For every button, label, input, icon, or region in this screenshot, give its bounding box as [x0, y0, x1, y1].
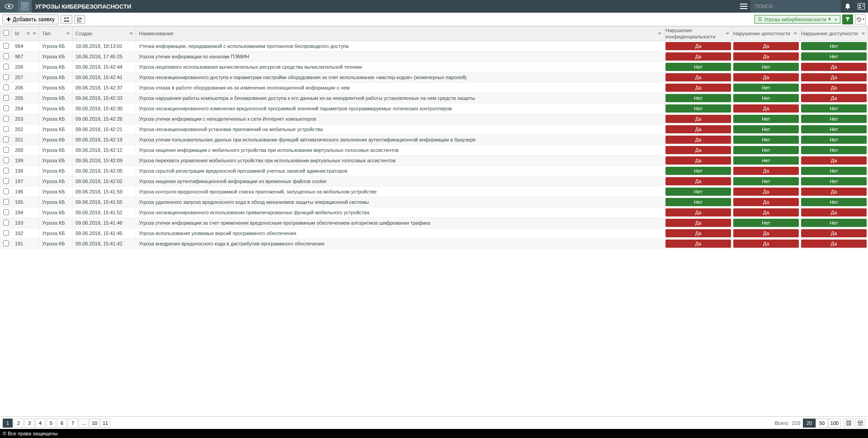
search-input[interactable]: [750, 0, 841, 13]
cell-created: 09.06.2018, 15:41:45: [73, 228, 136, 239]
row-checkbox[interactable]: [3, 168, 9, 174]
header-integrity[interactable]: Нарушение целостности⏷: [732, 27, 800, 41]
row-checkbox-cell[interactable]: [0, 41, 12, 52]
row-checkbox[interactable]: [3, 230, 9, 236]
table-row[interactable]: 192Угроза КБ09.06.2018, 15:41:45Угроза и…: [0, 228, 868, 239]
header-id[interactable]: Id▼⏷: [12, 27, 39, 41]
header-availability[interactable]: Нарушение доступности⏷: [800, 27, 868, 41]
row-checkbox-cell[interactable]: [0, 72, 12, 83]
row-checkbox[interactable]: [3, 220, 9, 226]
filter-toggle-button[interactable]: [842, 14, 853, 24]
row-checkbox-cell[interactable]: [0, 239, 12, 249]
row-checkbox[interactable]: [3, 74, 9, 80]
row-checkbox[interactable]: [3, 64, 9, 70]
row-checkbox-cell[interactable]: [0, 176, 12, 187]
row-checkbox-cell[interactable]: [0, 135, 12, 145]
filter-icon[interactable]: ⏷: [725, 31, 730, 37]
row-checkbox[interactable]: [3, 240, 9, 246]
table-row[interactable]: 208Угроза КБ09.06.2018, 15:42:44Угроза н…: [0, 62, 868, 72]
cell-integrity: Да: [732, 41, 800, 52]
row-checkbox[interactable]: [3, 43, 9, 49]
table-row[interactable]: 198Угроза КБ09.06.2018, 15:42:05Угроза с…: [0, 166, 868, 176]
table-row[interactable]: 194Угроза КБ09.06.2018, 15:41:52Угроза н…: [0, 207, 868, 218]
row-checkbox[interactable]: [3, 147, 9, 153]
row-checkbox-cell[interactable]: [0, 207, 12, 218]
table-row[interactable]: 196Угроза КБ09.06.2018, 15:41:59Угроза к…: [0, 187, 868, 197]
header-confidentiality[interactable]: Нарушение конфиденциальности⏷: [665, 27, 732, 41]
table-row[interactable]: 193Угроза КБ09.06.2018, 15:41:48Угроза у…: [0, 218, 868, 228]
cell-integrity: Да: [732, 239, 800, 249]
row-checkbox[interactable]: [3, 188, 9, 194]
cell-name: Угроза нарушения работы компьютера и бло…: [136, 93, 665, 104]
refresh-button[interactable]: ▾: [855, 14, 866, 24]
user-profile-button[interactable]: [854, 0, 868, 13]
header-type[interactable]: Тип⏷: [39, 27, 73, 41]
table-row[interactable]: 197Угроза КБ09.06.2018, 15:42:02Угроза х…: [0, 176, 868, 187]
table-row[interactable]: 202Угроза КБ09.06.2018, 15:42:21Угроза н…: [0, 124, 868, 135]
row-checkbox[interactable]: [3, 85, 9, 90]
filter-icon[interactable]: ⏷: [657, 31, 662, 37]
filter-icon[interactable]: ⏷: [32, 31, 37, 37]
row-checkbox[interactable]: [3, 157, 9, 163]
row-checkbox-cell[interactable]: [0, 62, 12, 72]
row-checkbox[interactable]: [3, 116, 9, 122]
filter-icon[interactable]: ⏷: [129, 31, 134, 37]
row-checkbox-cell[interactable]: [0, 83, 12, 93]
header-checkbox[interactable]: [0, 27, 12, 41]
table-row[interactable]: 200Угроза КБ09.06.2018, 15:42:12Угроза х…: [0, 145, 868, 155]
table-row[interactable]: 206Угроза КБ09.06.2018, 15:42:37Угроза о…: [0, 83, 868, 93]
group-button[interactable]: [61, 15, 72, 24]
filter-icon[interactable]: ⏷: [793, 31, 798, 37]
row-checkbox-cell[interactable]: [0, 155, 12, 166]
filter-icon[interactable]: ⏷: [66, 31, 71, 37]
header-created[interactable]: Создан⏷: [73, 27, 136, 41]
table-row[interactable]: 205Угроза КБ09.06.2018, 15:42:33Угроза н…: [0, 93, 868, 104]
notifications-button[interactable]: [841, 0, 854, 13]
row-checkbox-cell[interactable]: [0, 228, 12, 239]
table-row[interactable]: 203Угроза КБ09.06.2018, 15:42:26Угроза у…: [0, 114, 868, 124]
page-title: УГРОЗЫ КИБЕРБЕЗОПАСНОСТИ: [32, 3, 737, 10]
export-button[interactable]: [74, 15, 85, 24]
table-row[interactable]: 201Угроза КБ09.06.2018, 15:42:19Угроза у…: [0, 135, 868, 145]
table-row[interactable]: 994Угроза КБ18.06.2018, 18:13:01Утечка и…: [0, 41, 868, 52]
row-checkbox[interactable]: [3, 178, 9, 184]
close-view-button[interactable]: ×: [835, 17, 837, 22]
filter-icon[interactable]: ⏷: [861, 31, 866, 37]
row-checkbox[interactable]: [3, 105, 9, 111]
current-view-pill[interactable]: ☰ Угрозы кибербезопасности ▾ ×: [755, 15, 840, 24]
select-all-checkbox[interactable]: [3, 30, 9, 36]
status-badge: Да: [665, 84, 731, 92]
row-checkbox[interactable]: [3, 137, 9, 142]
row-checkbox[interactable]: [3, 95, 9, 101]
status-badge: Нет: [733, 219, 799, 227]
table-row[interactable]: 987Угроза КБ18.06.2018, 17:45:25Угроза у…: [0, 52, 868, 62]
row-checkbox-cell[interactable]: [0, 218, 12, 228]
row-checkbox-cell[interactable]: [0, 145, 12, 155]
status-badge: Нет: [733, 146, 799, 154]
row-checkbox-cell[interactable]: [0, 104, 12, 114]
status-badge: Нет: [801, 104, 867, 113]
row-checkbox-cell[interactable]: [0, 187, 12, 197]
row-checkbox[interactable]: [3, 53, 9, 59]
row-checkbox-cell[interactable]: [0, 124, 12, 135]
header-menu-button[interactable]: [737, 0, 750, 13]
row-checkbox[interactable]: [3, 126, 9, 132]
table-row[interactable]: 204Угроза КБ09.06.2018, 15:42:30Угроза н…: [0, 104, 868, 114]
row-checkbox-cell[interactable]: [0, 166, 12, 176]
row-checkbox-cell[interactable]: [0, 197, 12, 207]
row-checkbox[interactable]: [3, 199, 9, 205]
row-checkbox[interactable]: [3, 209, 9, 215]
add-request-button[interactable]: ✚ Добавить заявку: [2, 14, 59, 24]
table-row[interactable]: 207Угроза КБ09.06.2018, 15:42:41Угроза н…: [0, 72, 868, 83]
table-row[interactable]: 199Угроза КБ09.06.2018, 15:42:09Угроза п…: [0, 155, 868, 166]
row-checkbox-cell[interactable]: [0, 114, 12, 124]
header-name[interactable]: Наименование⏷: [136, 27, 665, 41]
table-row[interactable]: 191Угроза КБ09.06.2018, 15:41:42Угроза в…: [0, 239, 868, 249]
cell-integrity: Да: [732, 187, 800, 197]
table-row[interactable]: 195Угроза КБ09.06.2018, 15:41:55Угроза у…: [0, 197, 868, 207]
user-card-icon: [858, 3, 865, 9]
app-logo[interactable]: [0, 0, 18, 13]
row-checkbox-cell[interactable]: [0, 52, 12, 62]
row-checkbox-cell[interactable]: [0, 93, 12, 104]
status-badge: Да: [801, 208, 867, 217]
